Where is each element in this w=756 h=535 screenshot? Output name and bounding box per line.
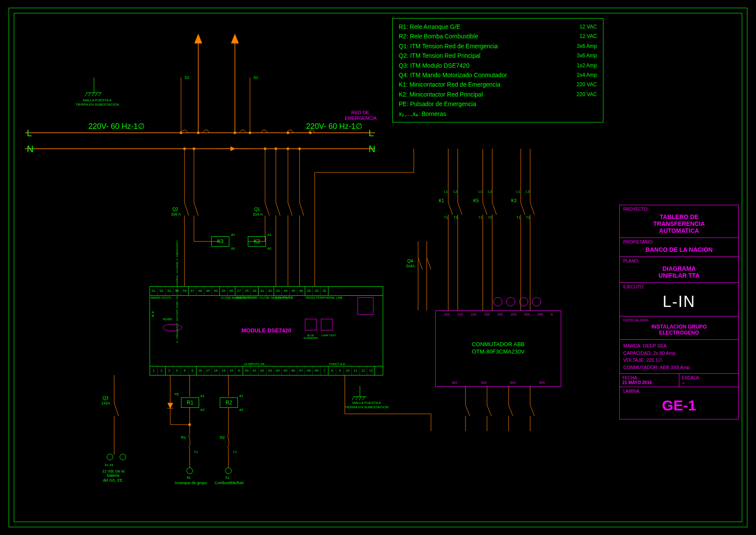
dse-note: CELL NA bbox=[176, 289, 178, 300]
tb-espec: INSTALACION GRUPO ELECTROGENO bbox=[623, 322, 735, 338]
dse-terminal: 63 bbox=[266, 366, 274, 375]
lbl-ll3: L1 bbox=[478, 190, 482, 194]
lbl-tt4: T2 bbox=[488, 216, 492, 219]
dse-terminal: 17 bbox=[204, 366, 212, 375]
tb-plano: DIAGRAMA UNIFILAR TTA bbox=[623, 263, 735, 281]
dse-terminal: 29 bbox=[313, 287, 321, 295]
dse-term-group: 4142 bbox=[259, 287, 274, 295]
tb-plano-l: PLANO: bbox=[623, 259, 735, 263]
lbl-ll5: L1 bbox=[516, 190, 520, 194]
tb-espec-l: ESPECIALIDAD bbox=[623, 318, 735, 322]
dse-terminal: 8 bbox=[328, 366, 336, 375]
legend-row: Q3: ITM Modulo DSE74201x2 Amp bbox=[399, 61, 597, 70]
dse-terminal: 55 bbox=[181, 287, 188, 295]
relay-r2: R2 bbox=[220, 397, 238, 408]
tb-escala-v: -- bbox=[682, 380, 685, 385]
dse-rs485: RS485 bbox=[163, 318, 172, 321]
dse-sub-label: EMERG STOP bbox=[236, 296, 256, 299]
dse-terminal: 18 bbox=[212, 366, 220, 375]
dse-term-group: 282930 bbox=[305, 287, 328, 295]
x4l: Combustible/fuel bbox=[215, 481, 244, 485]
dse-terminal: 16 bbox=[197, 366, 204, 375]
dse-terminal: 42 bbox=[266, 287, 274, 295]
commutator-box: 1021031041052022032042050 CONMUTADOR ABB… bbox=[435, 310, 561, 387]
dse-terminal: 26 bbox=[251, 287, 258, 295]
lbl-a1-1: A1 bbox=[231, 233, 235, 237]
lbl-a2-1: A2 bbox=[231, 247, 235, 250]
lbl-tt1: T1 bbox=[444, 216, 448, 219]
dse-terminal: 51 bbox=[150, 287, 158, 295]
dse-terminal: 3 bbox=[166, 366, 173, 375]
commut-pin: 205 bbox=[537, 313, 543, 316]
dse-terminal: 69 bbox=[313, 366, 321, 375]
dse-note: E - FREQUENCY bbox=[176, 322, 178, 343]
dse-terminal: 41 bbox=[259, 287, 266, 295]
dse-terminal: 60 bbox=[243, 366, 251, 375]
lbl-s2: S2 bbox=[184, 75, 189, 80]
relay-k2: K2 bbox=[248, 236, 266, 247]
lbl-a1-2: A1 bbox=[267, 233, 272, 237]
lbl-tt3: T1 bbox=[478, 216, 482, 219]
dse-module: 5152535455474849503940272526414243444546… bbox=[150, 286, 383, 375]
tb-lamina-l: LAMINA: bbox=[623, 389, 735, 394]
dse-terminal: 61 bbox=[251, 366, 259, 375]
dse-sub-label: MAINS VOLTS bbox=[151, 296, 171, 299]
lbl-a2-2: A2 bbox=[267, 247, 272, 250]
dse-terminal: 64 bbox=[274, 366, 282, 375]
tb-fecha: FECHA: 21 MAYO 2016 bbox=[620, 374, 679, 387]
dse-terminal: 15 bbox=[228, 366, 235, 375]
dse-note: BATTERY TEMP bbox=[176, 301, 178, 321]
dse-terminals-top: 5152535455474849503940272526414243444546… bbox=[150, 287, 383, 296]
dse-terminal: 50 bbox=[212, 287, 219, 295]
commut-pin: 305 bbox=[539, 381, 545, 385]
dse-term-group: 606162636465666768697 bbox=[243, 366, 328, 375]
legend-row: Q2: ITM Tension Red Principal3x6 Amp bbox=[399, 51, 597, 60]
tb-spec-line: CONMUTADOR: ABB 3X8 Amp bbox=[623, 364, 735, 371]
dse-terminal: 28 bbox=[305, 287, 313, 295]
dse-terminal: 9 bbox=[336, 366, 344, 375]
r2a1: A1 bbox=[239, 394, 244, 398]
label-L-right: L bbox=[369, 128, 374, 139]
dse-note: CHANNEL bbox=[176, 275, 178, 287]
dse-sub-label: RS232 PERIPHERAL LINK bbox=[306, 296, 329, 299]
lbl-tt6: T3 bbox=[526, 216, 530, 219]
dse-terminal: 2 bbox=[158, 366, 165, 375]
lbl-ll4: L2 bbox=[488, 190, 492, 194]
commut-pin: 102 bbox=[444, 313, 450, 316]
dse-sub-label: CLOSE GEN OUTPUT E bbox=[259, 296, 275, 299]
r2leg: R2 bbox=[220, 435, 225, 440]
cad-page: L N L N 220V- 60 Hz-1∅ 220V- 60 Hz-1∅ RE… bbox=[0, 0, 756, 535]
lbl-k5: K5 bbox=[473, 198, 478, 203]
tb-spec-line: CAPACIDAD: 2x 80 Amp bbox=[623, 350, 735, 357]
commut-t2: OTM-80F3CMA230V bbox=[472, 348, 525, 355]
commut-pin: 202 bbox=[497, 313, 503, 316]
commut-pin: 304 bbox=[510, 381, 515, 385]
commut-pins-bot: 302303304305 bbox=[440, 381, 556, 385]
commut-pin: 0 bbox=[551, 313, 553, 316]
commut-pin: 303 bbox=[481, 381, 487, 385]
dse-term-group: 272526 bbox=[235, 287, 259, 295]
legend-row: Q1: ITM Tension Red de Emergencia3x6 Amp bbox=[399, 41, 597, 51]
dse-term-group: 5152535455 bbox=[150, 287, 189, 295]
lbl-k3b: K3 bbox=[511, 198, 516, 203]
lbl-q1r: 2x4 A bbox=[253, 212, 263, 216]
legend-row: x₁,...,x₄: Borneras bbox=[399, 109, 597, 119]
dse-note: EMERGENCY bbox=[176, 240, 178, 257]
commut-pin: 104 bbox=[471, 313, 476, 316]
tb-ejec: L-IN bbox=[623, 289, 735, 314]
dse-terminal: 53 bbox=[166, 287, 173, 295]
lbl-ll6: L3 bbox=[526, 190, 530, 194]
commut-pin: 103 bbox=[457, 313, 463, 316]
dse-terminal: 10 bbox=[344, 366, 352, 375]
dse-terminal: 47 bbox=[189, 287, 197, 295]
dse-terminal: 68 bbox=[305, 366, 313, 375]
dse-ab: A B bbox=[152, 311, 154, 318]
r1leg: R1 bbox=[181, 435, 186, 440]
lbl-q4: Q4 bbox=[407, 259, 413, 263]
lbl-k1: K1 bbox=[439, 198, 444, 203]
dse-terminal: 44 bbox=[282, 287, 290, 295]
dse-sub-label: FUNCT A-E bbox=[329, 363, 345, 366]
commut-pin: 203 bbox=[511, 313, 516, 316]
dse-terminal: 62 bbox=[259, 366, 266, 375]
dse-terminal: 4 bbox=[173, 366, 181, 375]
